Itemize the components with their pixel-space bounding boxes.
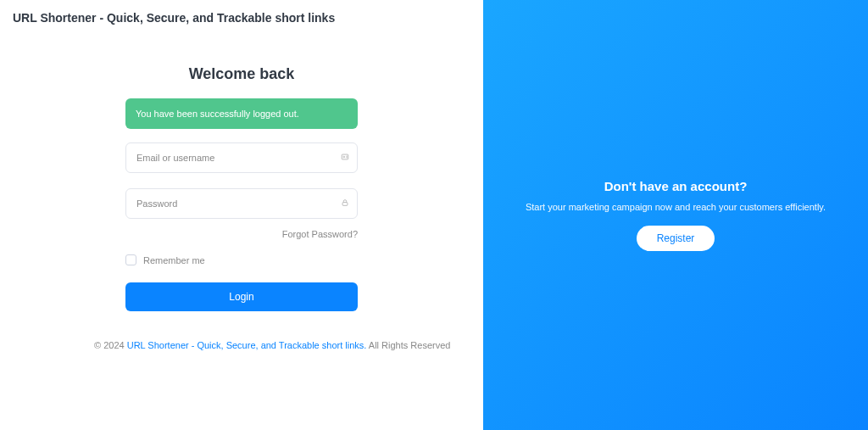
forgot-row: Forgot Password? (125, 226, 358, 241)
forgot-password-link[interactable]: Forgot Password? (282, 229, 358, 239)
register-button[interactable]: Register (637, 226, 715, 251)
alert-success: You have been successfully logged out. (125, 98, 358, 129)
email-field[interactable] (125, 142, 358, 173)
footer-link[interactable]: URL Shortener - Quick, Secure, and Track… (127, 340, 367, 350)
email-field-wrap (125, 142, 358, 173)
left-panel: URL Shortener - Quick, Secure, and Track… (0, 0, 483, 430)
login-button[interactable]: Login (125, 282, 358, 311)
footer-prefix: © 2024 (94, 340, 127, 350)
login-form: Welcome back You have been successfully … (125, 65, 358, 311)
right-heading: Don't have an account? (604, 179, 748, 193)
brand-title: URL Shortener - Quick, Secure, and Track… (13, 8, 470, 42)
page-title: Welcome back (125, 65, 358, 83)
remember-row[interactable]: Remember me (125, 254, 358, 265)
password-field[interactable] (125, 188, 358, 219)
right-panel: Don't have an account? Start your market… (483, 0, 868, 430)
remember-checkbox[interactable] (125, 254, 136, 265)
right-text: Start your marketing campaign now and re… (526, 202, 826, 212)
footer: © 2024 URL Shortener - Quick, Secure, an… (13, 340, 470, 350)
footer-suffix: All Rights Reserved (366, 340, 450, 350)
password-field-wrap (125, 188, 358, 219)
remember-label: Remember me (143, 255, 205, 265)
